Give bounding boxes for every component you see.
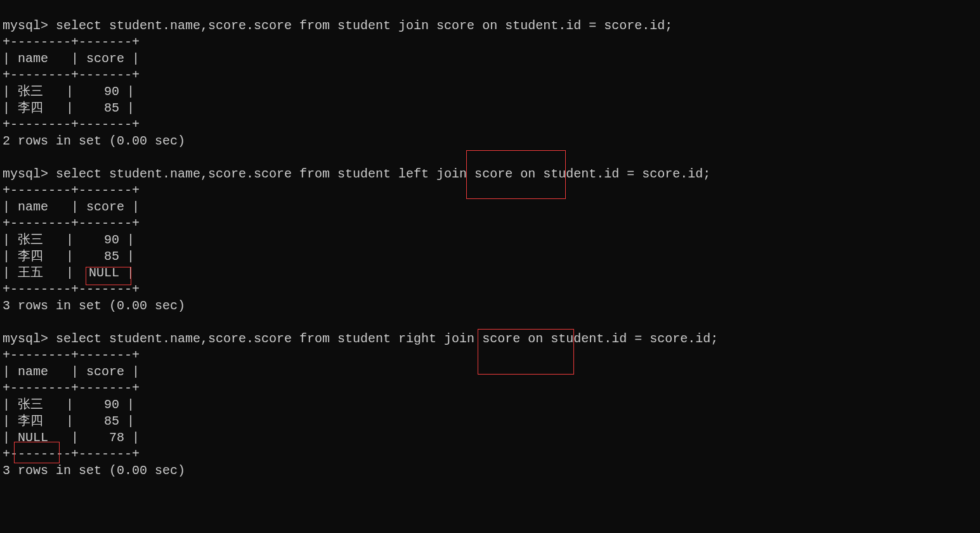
table-row: | 李四 | 85 | <box>3 249 134 264</box>
result-footer: 2 rows in set (0.00 sec) <box>3 134 185 148</box>
table-border: +--------+-------+ <box>3 35 140 49</box>
table-header: | name | score | <box>3 200 140 214</box>
table-border: +--------+-------+ <box>3 216 140 231</box>
result-footer: 3 rows in set (0.00 sec) <box>3 463 185 478</box>
prompt: mysql> <box>3 167 56 181</box>
table-border: +--------+-------+ <box>3 381 140 395</box>
table-header: | name | score | <box>3 364 140 379</box>
table-row: | 李四 | 85 | <box>3 101 134 115</box>
terminal-output: mysql> select student.name,score.score f… <box>0 0 980 533</box>
sql-query-2: select student.name,score.score from stu… <box>56 167 710 181</box>
prompt: mysql> <box>3 18 56 33</box>
sql-query-3: select student.name,score.score from stu… <box>56 331 718 346</box>
table-header: | name | score | <box>3 51 140 66</box>
result-footer: 3 rows in set (0.00 sec) <box>3 299 185 313</box>
table-border: +--------+-------+ <box>3 68 140 82</box>
table-border: +--------+-------+ <box>3 348 140 363</box>
table-row: | 张三 | 90 | <box>3 397 134 412</box>
table-row: | 王五 | NULL | <box>3 266 134 280</box>
table-row: | 李四 | 85 | <box>3 414 134 428</box>
sql-query-1: select student.name,score.score from stu… <box>56 18 672 33</box>
table-border: +--------+-------+ <box>3 183 140 198</box>
table-border: +--------+-------+ <box>3 282 140 297</box>
table-row: | 张三 | 90 | <box>3 233 134 247</box>
table-row: | 张三 | 90 | <box>3 84 134 99</box>
table-border: +--------+-------+ <box>3 117 140 132</box>
prompt: mysql> <box>3 331 56 346</box>
table-border: +--------+-------+ <box>3 447 140 461</box>
table-row: | NULL | 78 | <box>3 430 140 445</box>
